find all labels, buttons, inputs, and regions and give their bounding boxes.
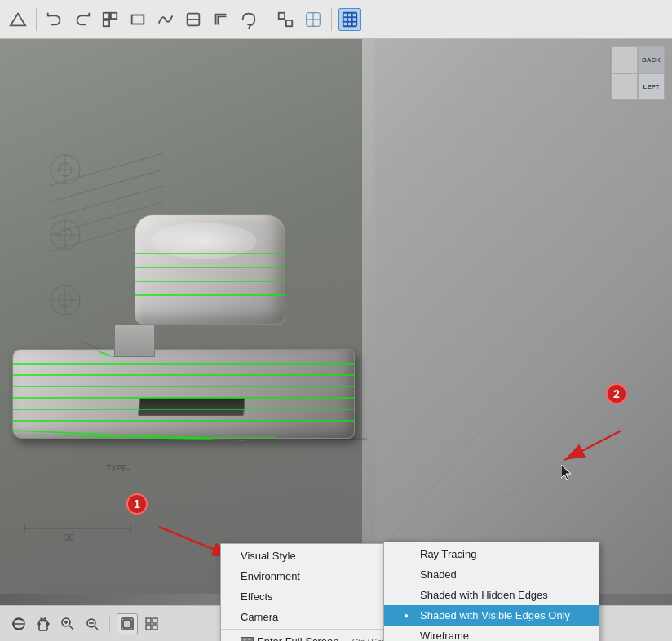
svg-rect-8 (286, 20, 292, 25)
toolbar-separator-1 (36, 8, 37, 31)
main-toolbar (0, 0, 672, 39)
svg-rect-7 (279, 12, 285, 18)
bottom-tb-sep (109, 615, 110, 633)
undo-icon[interactable] (43, 8, 66, 31)
sketch-rect-icon[interactable] (126, 8, 149, 31)
redo-icon[interactable] (71, 8, 94, 31)
navigation-cube[interactable]: BACK LEFT (610, 46, 665, 101)
svg-rect-88 (153, 618, 157, 623)
triangle-icon[interactable] (7, 8, 29, 31)
submenu-item-shaded[interactable]: Shaded (384, 564, 599, 585)
svg-rect-87 (146, 618, 151, 623)
context-menu: Visual Style ▶ Environment ▶ Effects ▶ C… (220, 543, 417, 641)
pan-btn[interactable] (33, 613, 54, 634)
submenu-item-wireframe[interactable]: Wireframe (384, 626, 599, 641)
svg-rect-2 (111, 12, 117, 18)
callout-2: 2 (606, 383, 627, 404)
toolbar-separator-2 (267, 8, 267, 31)
svg-rect-86 (123, 620, 131, 628)
svg-rect-75 (44, 618, 46, 621)
callout-1: 1 (126, 493, 148, 515)
svg-rect-90 (153, 625, 157, 630)
3d-object-side (114, 325, 155, 357)
active-view-icon[interactable] (338, 8, 361, 31)
svg-line-79 (69, 626, 73, 630)
submenu-item-shaded-hidden[interactable]: Shaded with Hidden Edges (384, 585, 599, 605)
display-mode-btn[interactable] (117, 613, 138, 634)
revolve-icon[interactable] (237, 8, 260, 31)
toolbar-separator-3 (331, 8, 332, 31)
svg-marker-0 (11, 13, 25, 25)
svg-rect-89 (146, 625, 151, 630)
offset-icon[interactable] (210, 8, 232, 31)
context-submenu-visual-style: Ray Tracing Shaded Shaded with Hidden Ed… (383, 542, 599, 641)
view-icon2[interactable] (302, 8, 325, 31)
check-shaded-visible: ● (404, 611, 415, 620)
submenu-item-ray-tracing[interactable]: Ray Tracing (384, 544, 599, 564)
grid-btn[interactable] (141, 613, 162, 634)
svg-text:30: 30 (64, 533, 74, 542)
fullscreen-icon: ⛶ (241, 637, 254, 642)
sketch-lines: 30 2" 15° 22.5° TYPE- (0, 72, 375, 594)
3d-object-highlight (151, 223, 257, 259)
curve-icon[interactable] (154, 8, 177, 31)
svg-rect-3 (104, 20, 109, 25)
orbit-btn[interactable] (8, 613, 29, 634)
nav-face-bottom-left[interactable] (611, 73, 638, 100)
zoom-btn[interactable] (57, 613, 78, 634)
view-icon1[interactable] (274, 8, 297, 31)
svg-line-83 (95, 626, 98, 630)
svg-rect-12 (343, 12, 357, 26)
viewport[interactable]: 30 2" 15° 22.5° TYPE- (0, 39, 672, 641)
submenu-item-shaded-visible[interactable]: ● Shaded with Visible Edges Only (384, 605, 599, 626)
3d-object-body (12, 349, 355, 439)
nav-face-back[interactable]: BACK (638, 46, 665, 73)
dimension-icon[interactable] (99, 8, 122, 31)
nav-face-left[interactable]: LEFT (638, 73, 665, 100)
svg-rect-74 (41, 618, 42, 621)
svg-line-29 (49, 186, 163, 219)
svg-text:TYPE-: TYPE- (106, 464, 130, 473)
svg-rect-4 (132, 15, 144, 24)
svg-rect-1 (104, 12, 109, 18)
3d-object-flap (138, 398, 245, 416)
shape-icon[interactable] (182, 8, 205, 31)
nav-face-top-left[interactable] (611, 46, 638, 73)
svg-rect-73 (39, 621, 47, 630)
fit-btn[interactable] (82, 613, 103, 634)
svg-line-28 (49, 170, 163, 202)
